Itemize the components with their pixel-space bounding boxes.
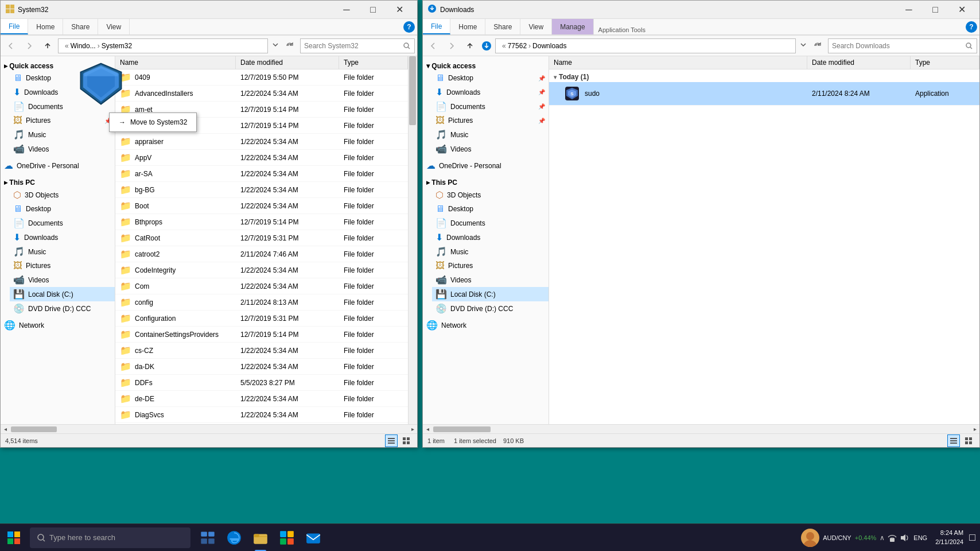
system32-help-btn[interactable]: ? [401,19,417,35]
downloads-tab-file[interactable]: File [423,19,450,34]
dl-col-date-header[interactable]: Date modified [807,56,911,69]
dl-detail-view-btn[interactable] [947,434,960,447]
dl-sidebar-desktop[interactable]: 🖥 Desktop 📌 [432,71,549,85]
sidebar-item-desktop2[interactable]: 🖥 Desktop [10,202,115,216]
file-row-boot[interactable]: 📁Boot 1/22/2024 5:34 AM File folder [115,198,408,214]
dl-sidebar-music2[interactable]: 🎵 Music [432,245,549,259]
file-row-codeintegrity[interactable]: 📁CodeIntegrity 1/22/2024 5:34 AM File fo… [115,262,408,278]
ctx-move-to-system32[interactable]: → Move to System32 [110,115,196,129]
file-row-appv[interactable]: 📁AppV 1/22/2024 5:34 AM File folder [115,150,408,166]
dl-up-btn[interactable] [462,38,478,54]
dl-h-scroll-right[interactable]: ▸ [970,425,979,434]
dl-sidebar-pictures[interactable]: 🖼 Pictures 📌 [432,114,549,127]
system32-tab-file[interactable]: File [1,19,28,34]
back-btn[interactable] [3,38,19,54]
h-scroll-right[interactable]: ▸ [408,425,417,434]
system32-scroll-thumb[interactable] [409,56,416,125]
mail-btn[interactable] [301,524,326,552]
notification-btn[interactable]: □ [969,531,975,544]
explorer-btn[interactable] [248,524,273,552]
downloads-address-path[interactable]: « 77562 › Downloads [495,38,796,53]
system32-tab-view[interactable]: View [98,19,130,34]
sidebar-item-videos2[interactable]: 📹 Videos [10,273,115,287]
file-row-dede[interactable]: 📁de-DE 1/22/2024 5:34 AM File folder [115,391,408,407]
file-row-cscz[interactable]: 📁cs-CZ 1/22/2024 5:34 AM File folder [115,343,408,359]
system32-close-btn[interactable]: ✕ [386,1,413,19]
dl-back-btn[interactable] [425,38,441,54]
dl-sidebar-documents[interactable]: 📄 Documents 📌 [432,99,549,114]
dl-sidebar-3dobjects[interactable]: ⬡ 3D Objects [432,188,549,202]
dl-sidebar-localdisk[interactable]: 💾 Local Disk (C:) [432,287,549,301]
dl-h-scroll-left[interactable]: ◂ [423,425,432,434]
sidebar-item-music2[interactable]: 🎵 Music [10,245,115,259]
sidebar-item-music[interactable]: 🎵 Music [10,127,115,142]
up-btn[interactable] [40,38,56,54]
system32-tab-home[interactable]: Home [28,19,63,34]
col-type-header[interactable]: Type [339,56,408,69]
dl-refresh-btn[interactable] [810,38,826,54]
dl-sidebar-videos2[interactable]: 📹 Videos [432,273,549,287]
path-dropdown-btn[interactable] [271,41,279,51]
h-scroll-left[interactable]: ◂ [1,425,10,434]
sidebar-item-pictures[interactable]: 🖼 Pictures 📌 [10,114,115,127]
dl-sidebar-onedrive[interactable]: ☁ OneDrive - Personal [423,158,549,173]
tray-expand-btn[interactable]: ∧ [880,534,885,542]
downloads-h-scrollbar[interactable]: ◂ ▸ [423,424,979,433]
file-row-0409[interactable]: 📁0409 12/7/2019 5:50 PM File folder [115,69,408,86]
system32-maximize-btn[interactable]: □ [360,1,386,19]
downloads-tab-home[interactable]: Home [450,19,485,34]
dl-col-type-header[interactable]: Type [911,56,979,69]
file-row-appraiser2[interactable]: 📁appraiser 1/22/2024 5:34 AM File folder [115,134,408,150]
dl-h-scroll-thumb[interactable] [433,426,491,432]
dl-sidebar-pictures2[interactable]: 🖼 Pictures [432,259,549,273]
file-row-configuration[interactable]: 📁Configuration 12/7/2019 5:31 PM File fo… [115,311,408,327]
tray-clock[interactable]: 8:24 AM 2/11/2024 [935,529,963,546]
downloads-minimize-btn[interactable]: ─ [896,1,922,19]
file-row-sudo[interactable]: S sudo 2/11/2024 8:24 AM Application [549,82,979,106]
dl-sidebar-downloads[interactable]: ⬇ Downloads 📌 [432,85,549,99]
col-name-header[interactable]: Name [115,56,236,69]
file-row-container[interactable]: 📁ContainerSettingsProviders 12/7/2019 5:… [115,327,408,343]
file-row-bgbg[interactable]: 📁bg-BG 1/22/2024 5:34 AM File folder [115,182,408,198]
dl-tile-view-btn[interactable] [962,434,975,447]
system32-address-path[interactable]: « Windo... › System32 [58,38,268,53]
file-row-bthprops[interactable]: 📁Bthprops 12/7/2019 5:14 PM File folder [115,214,408,230]
downloads-close-btn[interactable]: ✕ [948,1,975,19]
dl-col-name-header[interactable]: Name [549,56,807,69]
file-row-catroot2[interactable]: 📁catroot2 2/11/2024 7:46 AM File folder [115,246,408,262]
file-row-diagsvcs[interactable]: 📁DiagSvcs 1/22/2024 5:34 AM File folder [115,407,408,423]
downloads-tab-manage[interactable]: Manage [552,19,593,34]
dl-sidebar-videos[interactable]: 📹 Videos [432,142,549,156]
sidebar-item-localdisk[interactable]: 💾 Local Disk (C:) [10,287,115,301]
dl-sidebar-desktop2[interactable]: 🖥 Desktop [432,202,549,216]
downloads-tab-view[interactable]: View [520,19,552,34]
system32-h-scrollbar[interactable]: ◂ ▸ [1,424,417,433]
dl-quick-access-header[interactable]: ▾ Quick access [423,59,549,71]
sidebar-item-documents2[interactable]: 📄 Documents [10,216,115,230]
file-row-catroot[interactable]: 📁CatRoot 12/7/2019 5:31 PM File folder [115,230,408,246]
sidebar-item-dvd[interactable]: 💿 DVD Drive (D:) CCC [10,301,115,316]
taskbar-search[interactable]: Type here to search [30,527,190,548]
dl-sidebar-dvd[interactable]: 💿 DVD Drive (D:) CCC [432,301,549,316]
file-row-arsa[interactable]: 📁ar-SA 1/22/2024 5:34 AM File folder [115,166,408,182]
sidebar-item-downloads2[interactable]: ⬇ Downloads [10,230,115,245]
group-expand-icon[interactable]: ▾ [554,74,557,80]
downloads-help-btn[interactable]: ? [963,19,979,35]
file-row-advanced[interactable]: 📁AdvancedInstallers 1/22/2024 5:34 AM Fi… [115,86,408,102]
start-button[interactable] [0,524,28,552]
sidebar-item-3dobjects[interactable]: ⬡ 3D Objects [10,188,115,202]
system32-minimize-btn[interactable]: ─ [333,1,360,19]
dl-sidebar-documents2[interactable]: 📄 Documents [432,216,549,230]
system32-scrollbar[interactable] [408,56,417,424]
downloads-maximize-btn[interactable]: □ [922,1,948,19]
system32-search-box[interactable] [300,38,415,53]
forward-btn[interactable] [21,38,37,54]
store-btn[interactable] [274,524,300,552]
file-row-dism[interactable]: 📁Dism 1/22/2024 5:34 AM File folder [115,423,408,424]
sidebar-item-pictures2[interactable]: 🖼 Pictures [10,259,115,273]
taskview-btn[interactable] [195,524,220,552]
downloads-tab-share[interactable]: Share [485,19,520,34]
detail-view-btn[interactable] [385,434,398,447]
downloads-search-input[interactable] [832,42,963,50]
system32-search-input[interactable] [304,42,400,50]
